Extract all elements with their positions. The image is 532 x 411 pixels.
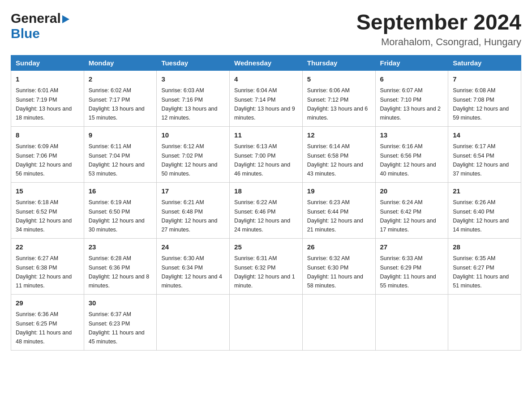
day-info: Sunrise: 6:26 AMSunset: 6:40 PMDaylight:… (453, 199, 509, 233)
day-info: Sunrise: 6:18 AMSunset: 6:52 PMDaylight:… (16, 199, 72, 233)
table-row: 15 Sunrise: 6:18 AMSunset: 6:52 PMDaylig… (11, 182, 84, 238)
day-number: 12 (307, 130, 371, 141)
table-row (157, 294, 230, 350)
day-number: 2 (89, 74, 152, 85)
table-row: 25 Sunrise: 6:31 AMSunset: 6:32 PMDaylig… (230, 238, 303, 294)
day-number: 14 (453, 130, 516, 141)
day-number: 28 (453, 242, 516, 253)
table-row (375, 294, 448, 350)
header-monday: Monday (84, 55, 157, 70)
table-row: 23 Sunrise: 6:28 AMSunset: 6:36 PMDaylig… (84, 238, 157, 294)
calendar-week-row: 22 Sunrise: 6:27 AMSunset: 6:38 PMDaylig… (11, 238, 521, 294)
table-row: 2 Sunrise: 6:02 AMSunset: 7:17 PMDayligh… (84, 70, 157, 126)
day-info: Sunrise: 6:08 AMSunset: 7:08 PMDaylight:… (453, 87, 509, 121)
calendar-title: September 2024 (356, 11, 521, 34)
day-number: 11 (234, 130, 298, 141)
table-row (230, 294, 303, 350)
day-info: Sunrise: 6:32 AMSunset: 6:30 PMDaylight:… (307, 255, 363, 289)
day-info: Sunrise: 6:24 AMSunset: 6:42 PMDaylight:… (380, 199, 436, 233)
day-number: 18 (234, 186, 298, 197)
logo-blue-text: Blue (11, 26, 40, 41)
day-info: Sunrise: 6:16 AMSunset: 6:56 PMDaylight:… (380, 143, 436, 177)
table-row: 30 Sunrise: 6:37 AMSunset: 6:23 PMDaylig… (84, 294, 157, 350)
header-tuesday: Tuesday (157, 55, 230, 70)
day-info: Sunrise: 6:21 AMSunset: 6:48 PMDaylight:… (161, 199, 217, 233)
day-number: 4 (234, 74, 298, 85)
header-friday: Friday (375, 55, 448, 70)
table-row: 5 Sunrise: 6:06 AMSunset: 7:12 PMDayligh… (302, 70, 375, 126)
day-number: 8 (16, 130, 79, 141)
calendar-week-row: 8 Sunrise: 6:09 AMSunset: 7:06 PMDayligh… (11, 126, 521, 182)
day-info: Sunrise: 6:22 AMSunset: 6:46 PMDaylight:… (234, 199, 290, 233)
table-row: 10 Sunrise: 6:12 AMSunset: 7:02 PMDaylig… (157, 126, 230, 182)
table-row: 4 Sunrise: 6:04 AMSunset: 7:14 PMDayligh… (230, 70, 303, 126)
day-number: 17 (161, 186, 225, 197)
day-info: Sunrise: 6:02 AMSunset: 7:17 PMDaylight:… (89, 87, 145, 121)
day-info: Sunrise: 6:36 AMSunset: 6:25 PMDaylight:… (16, 311, 72, 345)
day-number: 3 (161, 74, 225, 85)
table-row: 1 Sunrise: 6:01 AMSunset: 7:19 PMDayligh… (11, 70, 84, 126)
day-info: Sunrise: 6:11 AMSunset: 7:04 PMDaylight:… (89, 143, 145, 177)
calendar-subtitle: Morahalom, Csongrad, Hungary (356, 36, 521, 48)
table-row: 27 Sunrise: 6:33 AMSunset: 6:29 PMDaylig… (375, 238, 448, 294)
day-number: 16 (89, 186, 152, 197)
table-row: 19 Sunrise: 6:23 AMSunset: 6:44 PMDaylig… (302, 182, 375, 238)
header-thursday: Thursday (302, 55, 375, 70)
day-number: 23 (89, 242, 152, 253)
calendar-table: Sunday Monday Tuesday Wednesday Thursday… (11, 55, 521, 351)
day-info: Sunrise: 6:35 AMSunset: 6:27 PMDaylight:… (453, 255, 509, 289)
table-row: 11 Sunrise: 6:13 AMSunset: 7:00 PMDaylig… (230, 126, 303, 182)
day-info: Sunrise: 6:33 AMSunset: 6:29 PMDaylight:… (380, 255, 436, 289)
table-row: 18 Sunrise: 6:22 AMSunset: 6:46 PMDaylig… (230, 182, 303, 238)
day-info: Sunrise: 6:06 AMSunset: 7:12 PMDaylight:… (307, 87, 368, 121)
table-row: 8 Sunrise: 6:09 AMSunset: 7:06 PMDayligh… (11, 126, 84, 182)
table-row: 6 Sunrise: 6:07 AMSunset: 7:10 PMDayligh… (375, 70, 448, 126)
table-row: 9 Sunrise: 6:11 AMSunset: 7:04 PMDayligh… (84, 126, 157, 182)
day-info: Sunrise: 6:19 AMSunset: 6:50 PMDaylight:… (89, 199, 145, 233)
table-row: 7 Sunrise: 6:08 AMSunset: 7:08 PMDayligh… (448, 70, 521, 126)
day-number: 15 (16, 186, 79, 197)
logo: General Blue (11, 11, 69, 41)
table-row: 17 Sunrise: 6:21 AMSunset: 6:48 PMDaylig… (157, 182, 230, 238)
title-block: September 2024 Morahalom, Csongrad, Hung… (356, 11, 521, 48)
day-info: Sunrise: 6:03 AMSunset: 7:16 PMDaylight:… (161, 87, 217, 121)
day-number: 25 (234, 242, 298, 253)
logo-general-text: General (11, 11, 61, 26)
day-info: Sunrise: 6:30 AMSunset: 6:34 PMDaylight:… (161, 255, 222, 289)
header-wednesday: Wednesday (230, 55, 303, 70)
day-info: Sunrise: 6:12 AMSunset: 7:02 PMDaylight:… (161, 143, 217, 177)
day-number: 5 (307, 74, 371, 85)
table-row: 12 Sunrise: 6:14 AMSunset: 6:58 PMDaylig… (302, 126, 375, 182)
day-number: 21 (453, 186, 516, 197)
day-number: 7 (453, 74, 516, 85)
table-row: 21 Sunrise: 6:26 AMSunset: 6:40 PMDaylig… (448, 182, 521, 238)
table-row (302, 294, 375, 350)
table-row: 22 Sunrise: 6:27 AMSunset: 6:38 PMDaylig… (11, 238, 84, 294)
table-row (448, 294, 521, 350)
day-number: 20 (380, 186, 444, 197)
table-row: 14 Sunrise: 6:17 AMSunset: 6:54 PMDaylig… (448, 126, 521, 182)
day-number: 29 (16, 298, 79, 308)
day-info: Sunrise: 6:14 AMSunset: 6:58 PMDaylight:… (307, 143, 363, 177)
table-row: 3 Sunrise: 6:03 AMSunset: 7:16 PMDayligh… (157, 70, 230, 126)
day-number: 26 (307, 242, 371, 253)
page-header: General Blue September 2024 Morahalom, C… (11, 11, 521, 48)
table-row: 28 Sunrise: 6:35 AMSunset: 6:27 PMDaylig… (448, 238, 521, 294)
day-number: 13 (380, 130, 444, 141)
table-row: 20 Sunrise: 6:24 AMSunset: 6:42 PMDaylig… (375, 182, 448, 238)
day-number: 22 (16, 242, 79, 253)
day-info: Sunrise: 6:27 AMSunset: 6:38 PMDaylight:… (16, 255, 72, 289)
day-number: 9 (89, 130, 152, 141)
day-info: Sunrise: 6:17 AMSunset: 6:54 PMDaylight:… (453, 143, 509, 177)
day-number: 27 (380, 242, 444, 253)
day-number: 30 (89, 298, 152, 308)
day-info: Sunrise: 6:09 AMSunset: 7:06 PMDaylight:… (16, 143, 72, 177)
day-info: Sunrise: 6:13 AMSunset: 7:00 PMDaylight:… (234, 143, 290, 177)
day-info: Sunrise: 6:23 AMSunset: 6:44 PMDaylight:… (307, 199, 363, 233)
calendar-week-row: 1 Sunrise: 6:01 AMSunset: 7:19 PMDayligh… (11, 70, 521, 126)
day-number: 19 (307, 186, 371, 197)
day-info: Sunrise: 6:04 AMSunset: 7:14 PMDaylight:… (234, 87, 295, 121)
table-row: 24 Sunrise: 6:30 AMSunset: 6:34 PMDaylig… (157, 238, 230, 294)
table-row: 26 Sunrise: 6:32 AMSunset: 6:30 PMDaylig… (302, 238, 375, 294)
day-number: 6 (380, 74, 444, 85)
